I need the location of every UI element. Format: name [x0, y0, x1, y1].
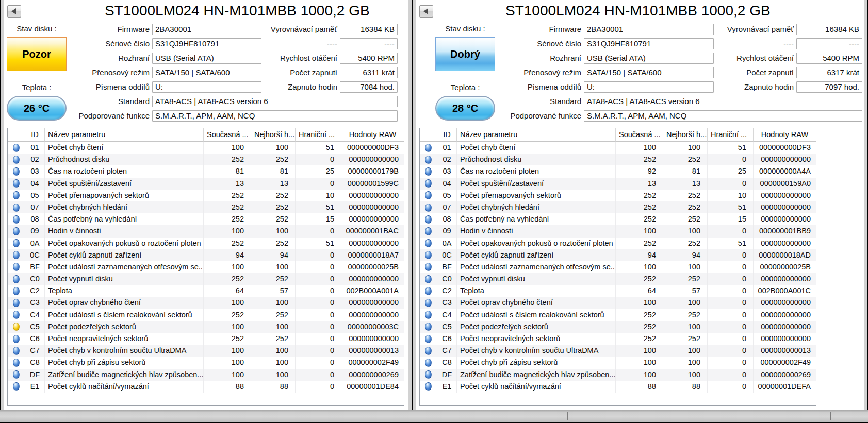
- table-row[interactable]: C2Teplota64570002B000A001C: [420, 285, 816, 297]
- table-row[interactable]: 05Počet přemapovaných sektorů25225210000…: [8, 190, 404, 201]
- table-row[interactable]: C4Počet událostí s číslem realokování se…: [8, 309, 404, 321]
- status-dot-icon: [13, 167, 20, 176]
- cell-current: 94: [204, 249, 251, 261]
- table-row[interactable]: C6Počet neopravitelných sektorů252252000…: [420, 333, 816, 345]
- table-row[interactable]: DFZatížení budiče magnetických hlav způs…: [420, 369, 816, 381]
- cell-current: 92: [616, 165, 663, 177]
- table-row[interactable]: 0CPočet cyklů zapnutí zařízení9494000000…: [8, 249, 404, 261]
- table-row[interactable]: C5Počet podezřelých sektorů1001000000000…: [8, 321, 404, 333]
- table-row[interactable]: C3Počet oprav chybného čtení100100000000…: [8, 297, 404, 309]
- table-row[interactable]: C7Počet chyb v kontrolním součtu UltraDM…: [8, 345, 404, 357]
- cell-worst: 252: [663, 333, 708, 345]
- smart-table-header: IDNázev parametruSoučasná ...Nejhorší h.…: [420, 128, 816, 142]
- cell-name: Počet cyklů načítání/vymazání: [457, 381, 616, 393]
- table-row[interactable]: C3Počet oprav chybného čtení100100000000…: [420, 297, 816, 309]
- table-row[interactable]: C0Počet vypnutí disku2522520000000000000: [420, 273, 816, 285]
- table-row[interactable]: C5Počet podezřelých sektorů2521000000000…: [420, 321, 816, 333]
- field-label: Zapnuto hodin: [264, 81, 337, 93]
- cell-worst: 57: [663, 285, 708, 297]
- table-row[interactable]: 07Počet chybných hledání2522525100000000…: [8, 201, 404, 213]
- disk-status-sidebar: Stav disku : Pozor Teplota : 26 °C: [6, 24, 67, 121]
- status-dot-icon: [425, 263, 432, 271]
- table-row[interactable]: 08Čas potřebný na vyhledání2522521500000…: [420, 213, 816, 225]
- table-row[interactable]: C8Počet chyb při zápisu sektorů100100000…: [420, 357, 816, 368]
- cell-threshold: 25: [296, 165, 341, 177]
- table-row[interactable]: C2Teplota64570002B000A001A: [8, 285, 404, 297]
- table-row[interactable]: 01Počet chyb čtení10010051000000000DF3: [8, 142, 404, 154]
- column-header[interactable]: Současná ...: [616, 128, 663, 142]
- cell-current: 64: [616, 285, 663, 297]
- table-row[interactable]: 0APočet opakovaných pokusů o roztočení p…: [420, 238, 816, 249]
- table-row[interactable]: 07Počet chybných hledání2522525100000000…: [420, 201, 816, 213]
- table-row[interactable]: 08Čas potřebný na vyhledání2522521500000…: [8, 213, 404, 225]
- disk-status-sidebar: Stav disku : Dobrý Teplota : 28 °C: [435, 24, 496, 121]
- disk-panel-left: ST1000LM024 HN-M101MBB 1000,2 GB Stav di…: [1, 0, 412, 410]
- table-row[interactable]: C0Počet vypnutí disku2522520000000000000: [8, 273, 404, 285]
- table-row[interactable]: 04Počet spuštění/zastavení13130000000015…: [420, 178, 816, 190]
- status-dot-cell: [8, 249, 25, 261]
- table-row[interactable]: DFZatížení budiče magnetických hlav způs…: [8, 369, 404, 381]
- cell-current: 88: [616, 381, 663, 393]
- table-row[interactable]: 09Hodin v činnosti1001000000000001BAC: [8, 225, 404, 237]
- status-dot-cell: [8, 213, 25, 225]
- table-row[interactable]: E1Počet cyklů načítání/vymazání888800000…: [420, 381, 816, 393]
- table-row[interactable]: 09Hodin v činnosti1001000000000001BB9: [420, 225, 816, 237]
- table-row[interactable]: 01Počet chyb čtení10010051000000000DF3: [420, 142, 816, 154]
- status-dot-cell: [420, 154, 437, 165]
- status-dot-icon: [425, 144, 432, 152]
- field-label: Přenosový režim: [73, 67, 150, 78]
- cell-worst: 100: [663, 345, 708, 357]
- column-header[interactable]: Hraniční ...: [296, 128, 341, 142]
- status-dot-icon: [13, 263, 20, 271]
- disk-status-badge[interactable]: Dobrý: [435, 37, 495, 71]
- table-row[interactable]: 04Počet spuštění/zastavení13130000000015…: [8, 178, 404, 190]
- table-row[interactable]: 03Čas na roztočení ploten818125000000001…: [8, 165, 404, 177]
- cell-id: 01: [25, 142, 45, 154]
- back-arrow-icon: [11, 8, 16, 14]
- table-row[interactable]: 03Čas na roztočení ploten928125000000000…: [420, 165, 816, 177]
- status-dot-cell: [8, 154, 25, 165]
- cell-threshold: 0: [708, 154, 754, 165]
- table-row[interactable]: E1Počet cyklů načítání/vymazání888800000…: [8, 381, 404, 393]
- cell-id: C7: [437, 345, 457, 357]
- disk-panel-right: ST1000LM024 HN-M101MBB 1000,2 GB Stav di…: [413, 0, 867, 410]
- cell-current: 252: [616, 213, 663, 225]
- cell-raw: 000000000000: [754, 273, 816, 285]
- cell-name: Počet událostí zaznamenaných otřesovým s…: [45, 261, 204, 273]
- cell-threshold: 0: [296, 273, 341, 285]
- table-row[interactable]: 05Počet přemapovaných sektorů25225210000…: [420, 190, 816, 201]
- column-header[interactable]: Nejhorší h...: [251, 128, 296, 142]
- table-row[interactable]: C4Počet událostí s číslem realokování se…: [420, 309, 816, 321]
- column-header[interactable]: Hodnoty RAW: [341, 128, 404, 142]
- table-row[interactable]: C7Počet chyb v kontrolním součtu UltraDM…: [420, 345, 816, 357]
- column-header[interactable]: Hodnoty RAW: [754, 128, 816, 142]
- status-dot-icon: [13, 251, 20, 259]
- column-header[interactable]: ID: [437, 128, 457, 142]
- status-dot-icon: [425, 167, 432, 176]
- column-header[interactable]: Hraniční ...: [708, 128, 754, 142]
- column-header[interactable]: ID: [25, 128, 45, 142]
- cell-threshold: 15: [708, 213, 754, 225]
- status-dot-cell: [8, 321, 25, 333]
- smart-table-body: 01Počet chyb čtení10010051000000000DF302…: [420, 142, 816, 393]
- table-row[interactable]: C8Počet chyb při zápisu sektorů100100000…: [8, 357, 404, 368]
- disk-status-badge[interactable]: Pozor: [7, 37, 67, 71]
- table-row[interactable]: BFPočet událostí zaznamenaných otřesovým…: [420, 261, 816, 273]
- table-row[interactable]: 0APočet opakovaných pokusů o roztočení p…: [8, 238, 404, 249]
- status-dot-cell: [8, 333, 25, 345]
- column-header[interactable]: Název parametru: [45, 128, 204, 142]
- column-header[interactable]: Nejhorší h...: [663, 128, 708, 142]
- cell-raw: 000000000000: [341, 309, 404, 321]
- column-header[interactable]: Současná ...: [204, 128, 251, 142]
- cell-name: Počet chyb při zápisu sektorů: [457, 357, 616, 368]
- table-row[interactable]: BFPočet událostí zaznamenaných otřesovým…: [8, 261, 404, 273]
- table-row[interactable]: 02Průchodnost disku2522520000000000000: [420, 154, 816, 165]
- back-button[interactable]: [7, 5, 21, 18]
- field-value: S.M.A.R.T., APM, AAM, NCQ: [584, 110, 862, 122]
- table-row[interactable]: C6Počet neopravitelných sektorů252252000…: [8, 333, 404, 345]
- table-row[interactable]: 02Průchodnost disku2522520000000000000: [8, 154, 404, 165]
- back-button[interactable]: [419, 5, 433, 18]
- table-row[interactable]: 0CPočet cyklů zapnutí zařízení9494000000…: [420, 249, 816, 261]
- cell-current: 252: [204, 309, 251, 321]
- column-header[interactable]: Název parametru: [457, 128, 616, 142]
